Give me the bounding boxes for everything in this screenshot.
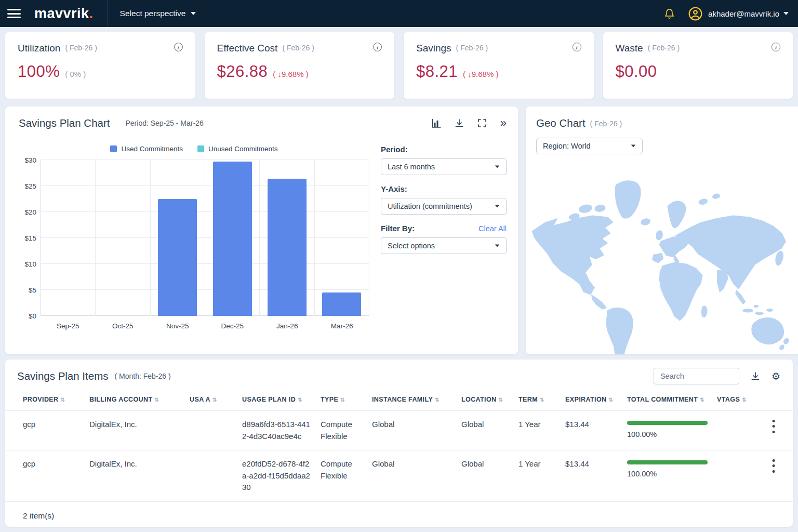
commitment-percent: 100.00% — [627, 429, 710, 441]
sort-icon: ⇅ — [540, 397, 544, 403]
y-tick-label: $20 — [24, 208, 36, 216]
download-table-icon[interactable] — [751, 371, 760, 381]
column-header-term[interactable]: TERM⇅ — [518, 391, 565, 411]
collapse-panel-icon[interactable]: » — [500, 118, 507, 128]
bar-plot — [41, 160, 369, 316]
kpi-value: $8.21 — [416, 62, 458, 81]
x-tick-label: Mar-26 — [315, 322, 370, 330]
sort-icon: ⇅ — [499, 397, 503, 403]
table-header-row: PROVIDER⇅BILLING ACCOUNT⇅USA A⇅USAGE PLA… — [5, 391, 793, 411]
savings-plan-chart-panel: Savings Plan Chart Period: Sep-25 - Mar-… — [5, 107, 518, 354]
region-select[interactable]: Region: World — [536, 138, 643, 154]
yaxis-select[interactable]: Utilization (commitments) — [381, 198, 507, 215]
fullscreen-icon[interactable] — [477, 118, 487, 128]
user-avatar-icon[interactable] — [688, 7, 702, 21]
cell-billing-account: DigitalEx, Inc. — [89, 450, 190, 501]
column-header-location[interactable]: LOCATION⇅ — [461, 391, 518, 411]
sort-icon: ⇅ — [608, 397, 613, 403]
cell-billing-account: DigitalEx, Inc. — [89, 411, 190, 450]
select-perspective-dropdown[interactable]: Select perspective — [120, 9, 196, 18]
legend-item-unused[interactable]: Unused Commitments — [197, 145, 278, 153]
kpi-card-utilization: Utilization ( Feb-26 ) i 100% ( 0% ) — [5, 32, 195, 99]
kpi-period: ( Feb-26 ) — [65, 44, 97, 52]
column-header-billing-account[interactable]: BILLING ACCOUNT⇅ — [89, 391, 190, 411]
column-header-vtags[interactable]: VTAGS⇅ — [717, 391, 769, 411]
y-tick-label: $25 — [24, 182, 36, 190]
column-header-usa-a[interactable]: USA A⇅ — [190, 391, 242, 411]
cell-usage-plan-id: d89a6fd3-6513-4412-4d3C40ac9e4c — [242, 411, 321, 450]
y-tick-label: $15 — [24, 234, 36, 242]
bar-Mar-26 — [322, 292, 361, 316]
y-tick-label: $5 — [29, 286, 36, 294]
row-actions-kebab-icon[interactable]: ••• — [769, 419, 778, 435]
info-icon[interactable]: i — [174, 43, 183, 51]
cell-total-commitment: 100.00% — [627, 411, 717, 450]
cell-usa-a — [190, 411, 242, 450]
kpi-delta: ( ↓9.68% ) — [463, 70, 498, 78]
column-header-usage-plan-id[interactable]: USAGE PLAN ID⇅ — [242, 391, 321, 411]
commitment-percent: 100.00% — [627, 469, 710, 480]
legend-swatch-unused — [197, 145, 204, 152]
chevron-down-icon — [495, 165, 500, 168]
world-map — [526, 168, 798, 354]
legend-swatch-used — [110, 145, 117, 152]
column-header-provider[interactable]: PROVIDER⇅ — [5, 391, 89, 411]
geo-title: Geo Chart — [536, 117, 586, 129]
chevron-down-icon — [495, 244, 500, 247]
geo-chart-panel: Geo Chart ( Feb-26 ) Region: World — [526, 107, 798, 354]
download-chart-icon[interactable] — [455, 118, 464, 128]
info-icon[interactable]: i — [373, 43, 382, 51]
savings-plan-items-table: PROVIDER⇅BILLING ACCOUNT⇅USA A⇅USAGE PLA… — [5, 391, 793, 501]
period-select[interactable]: Last 6 months — [381, 158, 507, 175]
sort-icon: ⇅ — [435, 397, 440, 403]
y-tick-label: $10 — [24, 260, 36, 268]
user-menu-chevron-icon[interactable] — [783, 12, 789, 15]
chart-column-Sep-25 — [41, 160, 96, 316]
bar-Dec-25 — [213, 162, 252, 316]
column-header-expiration[interactable]: EXPIRATION⇅ — [565, 391, 627, 411]
cell-usage-plan-id: e20fdD52-d678-4f2a-a2dd-f15d5ddaa230 — [242, 450, 321, 501]
info-icon[interactable]: i — [573, 43, 581, 51]
x-axis-labels: Sep-25Oct-25Nov-25Dec-25Jan-26Mar-26 — [41, 322, 369, 330]
sort-icon: ⇅ — [61, 397, 65, 403]
kpi-card-savings: Savings ( Feb-26 ) i $8.21 ( ↓9.68% ) — [404, 32, 594, 99]
row-actions-kebab-icon[interactable]: ••• — [769, 458, 778, 474]
filter-by-label: Filter By: — [381, 224, 415, 233]
kpi-value: 100% — [18, 62, 60, 81]
column-header-type[interactable]: TYPE⇅ — [321, 391, 372, 411]
info-icon[interactable]: i — [772, 43, 780, 51]
table-settings-gear-icon[interactable]: ⚙ — [772, 371, 780, 381]
y-tick-label: $0 — [29, 312, 36, 320]
sort-icon: ⇅ — [298, 397, 302, 403]
kpi-period: ( Feb-26 ) — [282, 44, 314, 52]
table-subtitle: ( Month: Feb-26 ) — [114, 372, 170, 380]
cell-type: Compute Flexible — [321, 411, 372, 450]
cell-actions: ••• — [769, 450, 793, 501]
column-header-instance-family[interactable]: INSTANCE FAMILY⇅ — [372, 391, 461, 411]
table-row: gcpDigitalEx, Inc.e20fdD52-d678-4f2a-a2d… — [5, 450, 793, 501]
notifications-bell-icon[interactable] — [664, 8, 675, 19]
top-navbar: mavvrik. Select perspective akhader@mavv… — [0, 0, 798, 27]
kpi-period: ( Feb-26 ) — [456, 44, 488, 52]
chart-type-icon[interactable] — [432, 118, 441, 128]
kpi-delta: ( 0% ) — [65, 70, 86, 78]
cell-location: Global — [461, 411, 518, 450]
filter-select[interactable]: Select options — [381, 237, 507, 254]
legend-item-used[interactable]: Used Commitments — [110, 145, 183, 153]
chart-subtitle: Period: Sep-25 - Mar-26 — [125, 119, 203, 127]
search-input[interactable] — [654, 368, 739, 384]
hamburger-menu-icon[interactable] — [7, 9, 21, 18]
column-header-total-commitment[interactable]: TOTAL COMMITMENT⇅ — [627, 391, 717, 411]
cell-usa-a — [190, 450, 242, 501]
clear-all-link[interactable]: Clear All — [478, 224, 507, 233]
kpi-card-effective-cost: Effective Cost ( Feb-26 ) i $26.88 ( ↓9.… — [205, 32, 395, 99]
x-tick-label: Dec-25 — [205, 322, 260, 330]
savings-plan-items-panel: Savings Plan Items ( Month: Feb-26 ) ⚙ P… — [5, 360, 793, 527]
select-perspective-label: Select perspective — [120, 9, 186, 18]
cell-instance-family: Global — [372, 411, 461, 450]
cell-location: Global — [461, 450, 518, 501]
chart-column-Jan-26 — [260, 160, 314, 316]
table-title: Savings Plan Items — [17, 370, 108, 382]
nav-divider — [107, 0, 108, 27]
kpi-card-waste: Waste ( Feb-26 ) i $0.00 — [603, 32, 793, 99]
